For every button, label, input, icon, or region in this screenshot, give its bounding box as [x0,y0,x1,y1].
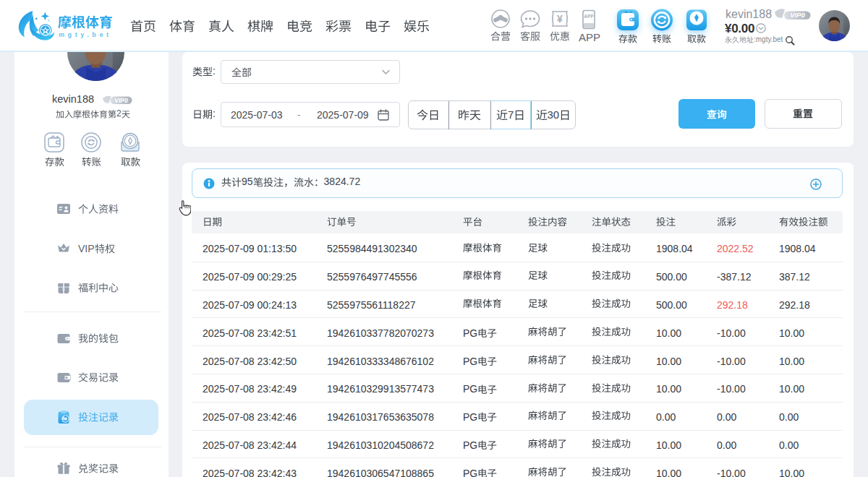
svg-text:VIP0: VIP0 [114,96,128,103]
svg-text:APP: APP [584,14,594,19]
svg-text:¥: ¥ [557,13,563,25]
svg-text:VIP0: VIP0 [790,11,805,19]
